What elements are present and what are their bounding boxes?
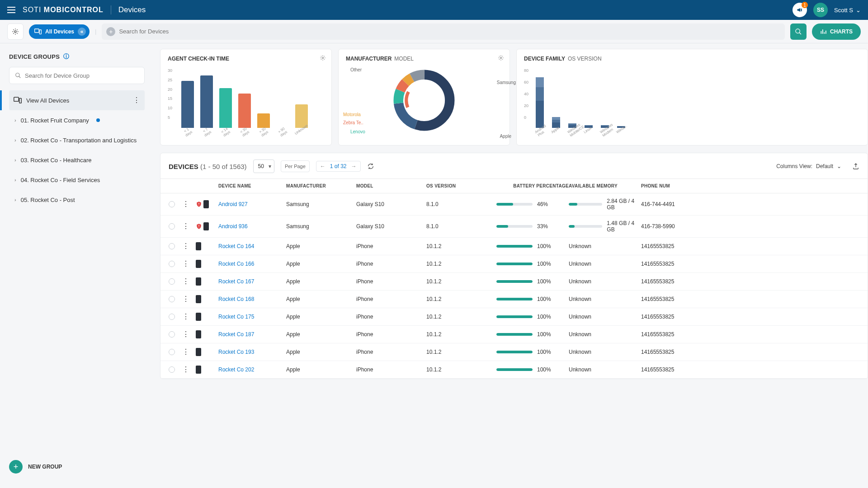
device-name-link[interactable]: Android 927 [218, 201, 286, 207]
row-more[interactable]: ⋮ [182, 277, 189, 285]
row-checkbox[interactable] [169, 296, 175, 302]
device-name-link[interactable]: Rocket Co 168 [218, 296, 286, 302]
device-search[interactable]: + [102, 23, 785, 40]
battery-value: 33% [537, 223, 548, 230]
row-checkbox[interactable] [169, 349, 175, 355]
group-label: 01. Rocket Fruit Company [21, 117, 89, 124]
battery-bar [496, 225, 533, 228]
device-name-link[interactable]: Rocket Co 193 [218, 349, 286, 355]
col-os[interactable]: OS VERSION [426, 183, 496, 188]
row-checkbox[interactable] [169, 314, 175, 320]
group-search[interactable] [9, 67, 145, 84]
menu-icon[interactable] [7, 7, 15, 13]
view-all-devices[interactable]: View All Devices ⋮ [9, 90, 145, 110]
row-checkbox[interactable] [169, 366, 175, 373]
battery-value: 100% [537, 261, 551, 267]
device-name-link[interactable]: Rocket Co 166 [218, 261, 286, 267]
page-size-select[interactable]: 50 [253, 160, 274, 173]
row-checkbox[interactable] [169, 261, 175, 267]
device-icon [196, 277, 201, 286]
device-name-link[interactable]: Rocket Co 175 [218, 314, 286, 320]
group-search-input[interactable] [25, 72, 139, 79]
memory-value: Unknown [569, 278, 591, 285]
device-name-link[interactable]: Rocket Co 187 [218, 331, 286, 338]
row-more[interactable]: ⋮ [182, 242, 189, 250]
row-more[interactable]: ⋮ [182, 260, 189, 267]
charts-button[interactable]: CHARTS [812, 23, 861, 40]
card-title: AGENT CHECK-IN TIME [168, 56, 324, 62]
battery-value: 100% [537, 314, 551, 320]
row-more[interactable]: ⋮ [182, 348, 189, 356]
checkin-card: AGENT CHECK-IN TIME 30252015105 < 1 days… [160, 49, 332, 145]
help-icon[interactable]: ⓘ [63, 52, 69, 61]
cell-phone: 14165553825 [641, 331, 859, 338]
search-input[interactable] [119, 28, 780, 35]
row-checkbox[interactable] [169, 243, 175, 249]
group-item[interactable]: ›01. Rocket Fruit Company [9, 110, 145, 130]
settings-button[interactable] [7, 23, 24, 40]
col-battery[interactable]: BATTERY PERCENTAGE [496, 183, 569, 188]
bar[interactable] [257, 113, 270, 128]
cols-value[interactable]: Default [816, 163, 833, 169]
cell-manufacturer: Apple [286, 349, 356, 355]
next-page[interactable]: → [351, 163, 357, 169]
device-name-link[interactable]: Rocket Co 202 [218, 366, 286, 373]
bar[interactable] [238, 94, 251, 128]
row-checkbox[interactable] [169, 201, 175, 207]
chevron-down-icon[interactable]: ⌄ [837, 163, 841, 169]
more-icon[interactable]: ⋮ [133, 97, 140, 104]
export-button[interactable] [852, 163, 859, 170]
memory-value: Unknown [569, 366, 591, 373]
avatar[interactable]: SS [813, 3, 828, 17]
cell-os: 10.1.2 [426, 296, 496, 302]
cell-phone: 14165553825 [641, 278, 859, 285]
row-more[interactable]: ⋮ [182, 313, 189, 320]
memory-value: Unknown [569, 349, 591, 355]
card-settings[interactable] [320, 55, 326, 61]
group-item[interactable]: ›03. Rocket Co - Healthcare [9, 150, 145, 170]
gear-icon [498, 55, 504, 61]
row-more[interactable]: ⋮ [182, 222, 189, 230]
col-phone[interactable]: PHONE NUM [641, 183, 859, 188]
user-menu[interactable]: Scott S ⌄ [834, 7, 861, 14]
device-name-link[interactable]: Android 936 [218, 223, 286, 230]
svg-rect-5 [14, 97, 19, 101]
row-checkbox[interactable] [169, 278, 175, 285]
row-more[interactable]: ⋮ [182, 366, 189, 373]
add-filter-icon[interactable]: + [106, 27, 115, 36]
memory-value: 1.48 GB / 4 GB [607, 220, 641, 233]
battery-bar [496, 263, 533, 265]
notifications-button[interactable]: 1 [793, 3, 807, 17]
bar[interactable] [181, 81, 194, 128]
col-name[interactable]: DEVICE NAME [218, 183, 286, 188]
row-more[interactable]: ⋮ [182, 295, 189, 303]
prev-page[interactable]: ← [320, 163, 326, 169]
bar[interactable] [200, 75, 213, 128]
row-checkbox[interactable] [169, 223, 175, 230]
col-manufacturer[interactable]: MANUFACTURER [286, 183, 356, 188]
chevron-right-icon: › [14, 137, 16, 143]
group-item[interactable]: ›05. Rocket Co - Post [9, 190, 145, 210]
stack-bar[interactable] [536, 77, 544, 128]
battery-bar [496, 280, 533, 283]
cell-os: 8.1.0 [426, 223, 496, 230]
card-settings[interactable] [498, 55, 504, 61]
bar[interactable] [219, 88, 232, 128]
all-devices-filter[interactable]: All Devices « [29, 24, 90, 39]
col-model[interactable]: MODEL [356, 183, 426, 188]
row-more[interactable]: ⋮ [182, 200, 189, 208]
new-group-button[interactable]: + NEW GROUP [9, 455, 145, 479]
donut-label-samsung: Samsung [497, 80, 516, 85]
refresh-button[interactable] [367, 163, 374, 170]
group-item[interactable]: ›02. Rocket Co - Transportation and Logi… [9, 130, 145, 150]
search-button[interactable] [790, 23, 807, 40]
cell-os: 10.1.2 [426, 331, 496, 338]
device-name-link[interactable]: Rocket Co 167 [218, 278, 286, 285]
row-more[interactable]: ⋮ [182, 330, 189, 338]
col-memory[interactable]: AVAILABLE MEMORY [569, 183, 641, 188]
device-name-link[interactable]: Rocket Co 164 [218, 243, 286, 249]
row-checkbox[interactable] [169, 331, 175, 338]
memory-value: Unknown [569, 314, 591, 320]
group-item[interactable]: ›04. Rocket Co - Field Services [9, 170, 145, 190]
group-label: 02. Rocket Co - Transportation and Logis… [21, 137, 137, 144]
